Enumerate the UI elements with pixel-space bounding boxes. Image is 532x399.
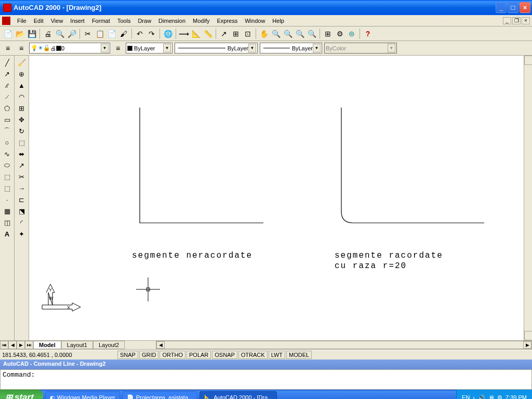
polygon-tool[interactable]: ⬠ <box>1 102 14 114</box>
chamfer-tool[interactable]: ⬔ <box>16 205 28 217</box>
tray-clock[interactable]: 7:39 PM <box>506 394 527 399</box>
scale-tool[interactable]: ⬚ <box>16 137 28 148</box>
hatch-tool[interactable]: ▦ <box>1 205 14 217</box>
arc-tool[interactable]: ⌒ <box>1 125 14 137</box>
circle-tool[interactable]: ○ <box>1 137 14 148</box>
offset-tool[interactable]: ◠ <box>16 91 28 102</box>
dbconnect-button[interactable]: ⚙ <box>334 28 345 39</box>
tab-layout1[interactable]: Layout1 <box>61 341 93 349</box>
stretch-tool[interactable]: ⬌ <box>16 148 28 159</box>
tracking-button[interactable]: ⟿ <box>178 28 190 39</box>
menu-tools[interactable]: Tools <box>114 16 135 25</box>
zoom-button[interactable]: 🔍 <box>306 28 317 39</box>
paste-button[interactable]: 📄 <box>106 28 117 39</box>
layer-previous-button[interactable]: ≡ <box>16 43 27 54</box>
undo-button[interactable]: ↶ <box>134 28 145 39</box>
break-tool[interactable]: ⊏ <box>16 194 28 205</box>
zoom-previous-button[interactable]: 🔍 <box>294 28 305 39</box>
pan-button[interactable]: ✋ <box>258 28 270 39</box>
copy-button[interactable]: 📋 <box>94 28 105 39</box>
menu-insert[interactable]: Insert <box>66 16 88 25</box>
match-properties-button[interactable]: 🖌 <box>118 28 129 39</box>
close-button[interactable]: × <box>520 2 530 13</box>
mdi-minimize[interactable]: _ <box>503 17 511 24</box>
scroll-right-button[interactable]: ▶ <box>523 341 531 349</box>
color-dropdown[interactable]: ByLayer ▼ <box>126 43 172 54</box>
make-layer-current-button[interactable]: ≡ <box>112 43 124 54</box>
snap-toggle[interactable]: SNAP <box>117 351 138 359</box>
maximize-button[interactable]: □ <box>508 2 518 13</box>
tray-icon[interactable]: 🔊 <box>478 394 485 400</box>
point-tool[interactable]: · <box>1 194 14 205</box>
menu-modify[interactable]: Modify <box>189 16 213 25</box>
save-button[interactable]: 💾 <box>26 28 37 39</box>
horizontal-scrollbar[interactable]: ◀ ▶ <box>156 341 532 349</box>
polar-toggle[interactable]: POLAR <box>187 351 211 359</box>
menu-file[interactable]: File <box>14 16 30 25</box>
tray-arrow-icon[interactable]: ‹ <box>473 394 475 399</box>
explode-tool[interactable]: ✦ <box>16 228 28 240</box>
lengthen-tool[interactable]: ↗ <box>16 159 28 171</box>
print-preview-button[interactable]: 🔍 <box>54 28 65 39</box>
zoom-realtime-button[interactable]: 🔍 <box>270 28 282 39</box>
properties-button[interactable]: ⊞ <box>322 28 334 39</box>
print-button[interactable]: 🖨 <box>42 28 54 39</box>
extend-tool[interactable]: → <box>16 182 28 194</box>
rectangle-tool[interactable]: ▭ <box>1 114 14 125</box>
trim-tool[interactable]: ✂ <box>16 171 28 182</box>
tray-lang[interactable]: EN <box>462 394 470 399</box>
redraw-button[interactable]: ↗ <box>218 28 230 39</box>
linetype-dropdown[interactable]: ByLayer ▼ <box>175 43 258 54</box>
lineweight-dropdown[interactable]: ByLayer ▼ <box>260 43 322 54</box>
region-tool[interactable]: ◫ <box>1 217 14 228</box>
vertical-scrollbar[interactable] <box>524 56 532 340</box>
mdi-restore[interactable]: ❐ <box>512 17 521 24</box>
ucs-button[interactable]: 📐 <box>190 28 202 39</box>
ellipse-tool[interactable]: ⬭ <box>1 159 14 171</box>
grid-toggle[interactable]: GRID <box>139 351 159 359</box>
menu-help[interactable]: Help <box>269 16 288 25</box>
menu-dimension[interactable]: Dimension <box>155 16 189 25</box>
tab-nav-last[interactable]: ⏭ <box>25 341 33 349</box>
menu-view[interactable]: View <box>47 16 67 25</box>
mdi-close[interactable]: × <box>522 17 530 24</box>
pline-tool[interactable]: ⟋ <box>1 91 14 102</box>
tray-icon[interactable]: ⚙ <box>497 394 502 400</box>
menu-edit[interactable]: Edit <box>30 16 47 25</box>
copy-object-tool[interactable]: ⊕ <box>16 68 28 79</box>
zoom-window-button[interactable]: 🔍 <box>282 28 294 39</box>
erase-tool[interactable]: 🧹 <box>16 57 28 68</box>
menu-format[interactable]: Format <box>88 16 114 25</box>
tab-layout2[interactable]: Layout2 <box>93 341 125 349</box>
cut-button[interactable]: ✂ <box>82 28 94 39</box>
tray-icon[interactable]: 🖥 <box>488 394 494 399</box>
minimize-button[interactable]: _ <box>496 2 507 13</box>
xline-tool[interactable]: ↗ <box>1 68 14 79</box>
mline-tool[interactable]: ⫽ <box>1 79 14 91</box>
aerial-view-button[interactable]: ⊞ <box>230 28 242 39</box>
menu-draw[interactable]: Draw <box>134 16 155 25</box>
tab-nav-next[interactable]: ▶ <box>17 341 25 349</box>
plotstyle-dropdown[interactable]: ByColor ▼ <box>324 43 397 54</box>
spline-tool[interactable]: ∿ <box>1 148 14 159</box>
open-button[interactable]: 📂 <box>14 28 25 39</box>
command-line[interactable]: Command: <box>0 369 532 390</box>
document-icon[interactable] <box>2 17 10 25</box>
find-button[interactable]: 🔎 <box>66 28 77 39</box>
tab-nav-prev[interactable]: ◀ <box>8 341 17 349</box>
taskbar-item-word[interactable]: 📄 Proiectarea_asistata... <box>122 391 197 399</box>
ortho-toggle[interactable]: ORTHO <box>159 351 185 359</box>
drawing-canvas[interactable]: Y W X segmente neracordate segmente raco… <box>29 56 524 340</box>
lwt-toggle[interactable]: LWT <box>269 351 285 359</box>
start-button[interactable]: ⊞ start <box>0 390 43 399</box>
system-tray[interactable]: EN ‹ 🔊 🖥 ⚙ 7:39 PM <box>456 390 532 399</box>
tab-model[interactable]: Model <box>33 341 61 349</box>
redo-button[interactable]: ↷ <box>146 28 157 39</box>
layers-button[interactable]: ≡ <box>2 43 14 54</box>
otrack-toggle[interactable]: OTRACK <box>238 351 268 359</box>
model-toggle[interactable]: MODEL <box>286 351 312 359</box>
array-tool[interactable]: ⊞ <box>16 102 28 114</box>
taskbar-item-wmp[interactable]: ◐ Windows Media Player <box>45 391 120 399</box>
fillet-tool[interactable]: ◜ <box>16 217 28 228</box>
adcenter-button[interactable]: ⊜ <box>346 28 357 39</box>
